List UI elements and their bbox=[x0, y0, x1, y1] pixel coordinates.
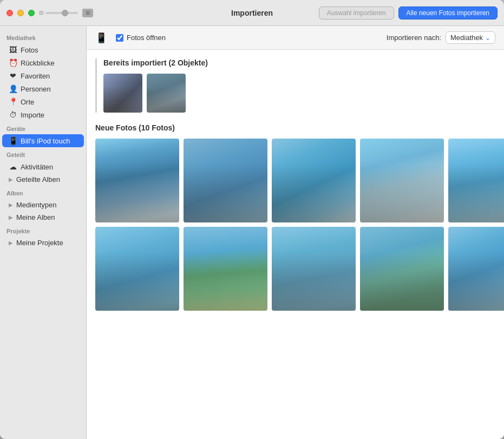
sidebar-item-medientypen[interactable]: ▶ Medientypen bbox=[2, 199, 84, 211]
sidebar-item-aktivitaeten-label: Aktivitäten bbox=[21, 163, 53, 171]
sidebar-item-meine-projekte-label: Meine Projekte bbox=[16, 239, 63, 247]
sidebar-item-personen[interactable]: 👤 Personen bbox=[2, 82, 84, 95]
expand-icon: ▶ bbox=[9, 176, 13, 182]
sidebar-item-medientypen-label: Medientypen bbox=[16, 201, 56, 209]
window-title: Importieren bbox=[231, 9, 273, 17]
new-photo-7[interactable] bbox=[184, 227, 267, 311]
sidebar-item-ipod[interactable]: 📱 Bill's iPod touch bbox=[2, 134, 84, 147]
imports-icon: ⏱ bbox=[9, 110, 17, 119]
thumbnail-size-slider[interactable]: ⊟ bbox=[39, 10, 78, 16]
slider-track[interactable] bbox=[45, 12, 78, 14]
sidebar-item-meine-alben[interactable]: ▶ Meine Alben bbox=[2, 211, 84, 224]
new-photo-9[interactable] bbox=[360, 227, 444, 311]
already-imported-grid bbox=[103, 74, 495, 113]
new-photo-3[interactable] bbox=[272, 139, 356, 222]
expand-icon-medien: ▶ bbox=[9, 202, 13, 208]
imported-photo-1[interactable] bbox=[103, 74, 142, 113]
sidebar-item-meine-alben-label: Meine Alben bbox=[16, 213, 55, 221]
new-photo-8[interactable] bbox=[272, 227, 356, 311]
import-destination: Importieren nach: Mediathek ⌄ bbox=[387, 31, 495, 44]
traffic-lights bbox=[6, 10, 35, 16]
memories-icon: ⏰ bbox=[9, 58, 17, 67]
sidebar-section-projekte: Projekte bbox=[0, 224, 86, 237]
sidebar-item-geteilte-alben-label: Geteilte Alben bbox=[16, 175, 60, 184]
places-icon: 📍 bbox=[9, 97, 17, 106]
already-imported-section: Bereits importiert (2 Objekte) bbox=[95, 58, 495, 113]
sidebar-item-favoriten-label: Favoriten bbox=[21, 72, 50, 80]
titlebar: ⊟ ⊞ Importieren Auswahl importieren Alle… bbox=[0, 0, 504, 26]
sidebar-section-geteilt: Geteilt bbox=[0, 147, 86, 160]
sidebar-item-personen-label: Personen bbox=[21, 85, 51, 93]
sidebar-item-fotos[interactable]: 🖼 Fotos bbox=[2, 43, 84, 56]
content-area: 📱 Fotos öffnen Importieren nach: Mediath… bbox=[87, 26, 504, 439]
close-button[interactable] bbox=[6, 10, 13, 16]
already-imported-label: Bereits importiert (2 Objekte) bbox=[103, 58, 208, 67]
import-all-button[interactable]: Alle neuen Fotos importieren bbox=[398, 6, 498, 19]
sidebar-item-ipod-label: Bill's iPod touch bbox=[21, 137, 70, 145]
photo-area[interactable]: Bereits importiert (2 Objekte) bbox=[87, 50, 504, 439]
minimize-button[interactable] bbox=[17, 10, 24, 16]
import-toolbar: 📱 Fotos öffnen Importieren nach: Mediath… bbox=[87, 26, 504, 50]
sidebar-item-orte-label: Orte bbox=[21, 98, 34, 106]
destination-value: Mediathek bbox=[450, 34, 483, 42]
people-icon: 👤 bbox=[9, 84, 17, 93]
sidebar-item-favoriten[interactable]: ❤ Favoriten bbox=[2, 69, 84, 82]
sidebar-item-aktivitaeten[interactable]: ☁ Aktivitäten bbox=[2, 160, 84, 173]
new-photo-10[interactable] bbox=[448, 227, 504, 311]
sidebar-item-rueckblicke-label: Rückblicke bbox=[21, 59, 55, 67]
sidebar-item-fotos-label: Fotos bbox=[21, 46, 38, 54]
maximize-button[interactable] bbox=[28, 10, 35, 16]
destination-select[interactable]: Mediathek ⌄ bbox=[446, 31, 495, 44]
import-selection-button[interactable]: Auswahl importieren bbox=[319, 6, 394, 19]
new-photo-1[interactable] bbox=[95, 139, 179, 222]
open-photos-checkbox-label[interactable]: Fotos öffnen bbox=[116, 34, 166, 42]
new-photos-section: Neue Fotos (10 Fotos) bbox=[95, 123, 495, 311]
open-photos-checkbox[interactable] bbox=[116, 34, 123, 42]
activities-icon: ☁ bbox=[9, 162, 17, 171]
sidebar-section-alben: Alben bbox=[0, 186, 86, 199]
main-layout: Mediathek 🖼 Fotos ⏰ Rückblicke ❤ Favorit… bbox=[0, 26, 504, 439]
slider-small-icon: ⊟ bbox=[39, 10, 43, 16]
device-icon: 📱 bbox=[95, 32, 107, 44]
new-photo-6[interactable] bbox=[95, 227, 179, 311]
already-imported-header: Bereits importiert (2 Objekte) bbox=[103, 58, 495, 67]
destination-chevron-icon: ⌄ bbox=[485, 34, 490, 42]
sidebar: Mediathek 🖼 Fotos ⏰ Rückblicke ❤ Favorit… bbox=[0, 26, 87, 439]
toolbar-right: Auswahl importieren Alle neuen Fotos imp… bbox=[319, 6, 498, 19]
slider-thumb[interactable] bbox=[62, 10, 68, 16]
new-photos-grid bbox=[95, 139, 495, 311]
sidebar-section-geraete: Geräte bbox=[0, 121, 86, 134]
photos-icon: 🖼 bbox=[9, 45, 17, 54]
main-window: ⊟ ⊞ Importieren Auswahl importieren Alle… bbox=[0, 0, 504, 439]
sidebar-item-geteilte-alben[interactable]: ▶ Geteilte Alben bbox=[2, 173, 84, 186]
expand-icon-meine-alben: ▶ bbox=[9, 214, 13, 220]
destination-label: Importieren nach: bbox=[387, 34, 441, 42]
ipod-icon: 📱 bbox=[9, 136, 17, 145]
new-photo-2[interactable] bbox=[184, 139, 267, 222]
sidebar-section-mediathek: Mediathek bbox=[0, 30, 86, 43]
sidebar-item-importe-label: Importe bbox=[21, 111, 44, 119]
sidebar-item-importe[interactable]: ⏱ Importe bbox=[2, 108, 84, 121]
new-photos-label: Neue Fotos (10 Fotos) bbox=[95, 123, 175, 132]
expand-icon-projekte: ▶ bbox=[9, 240, 13, 246]
sidebar-item-meine-projekte[interactable]: ▶ Meine Projekte bbox=[2, 237, 84, 249]
open-photos-label: Fotos öffnen bbox=[127, 34, 166, 42]
sidebar-item-orte[interactable]: 📍 Orte bbox=[2, 95, 84, 108]
new-photo-4[interactable] bbox=[360, 139, 444, 222]
new-photo-5[interactable] bbox=[448, 139, 504, 222]
sidebar-toggle-button[interactable]: ⊞ bbox=[82, 9, 93, 17]
sidebar-item-rueckblicke[interactable]: ⏰ Rückblicke bbox=[2, 56, 84, 69]
new-photos-header: Neue Fotos (10 Fotos) bbox=[95, 123, 495, 132]
favorites-icon: ❤ bbox=[9, 71, 17, 80]
imported-photo-2[interactable] bbox=[147, 74, 186, 113]
